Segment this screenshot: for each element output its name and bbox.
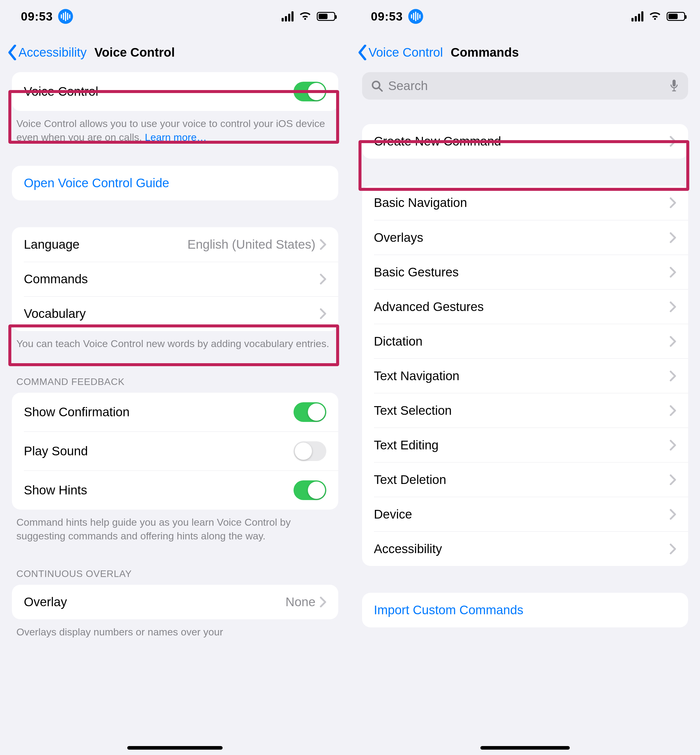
voice-control-toggle[interactable]	[294, 82, 326, 101]
category-label: Device	[374, 507, 412, 522]
svg-line-1	[379, 88, 382, 91]
chevron-right-icon	[670, 440, 676, 451]
category-label: Accessibility	[374, 542, 442, 556]
row-play-sound[interactable]: Play Sound	[24, 431, 338, 470]
home-indicator[interactable]	[127, 746, 223, 750]
chevron-right-icon	[670, 197, 676, 208]
create-new-command-label: Create New Command	[374, 134, 501, 149]
commands-label: Commands	[24, 272, 88, 286]
back-label: Voice Control	[369, 45, 443, 60]
row-create-new-command[interactable]: Create New Command	[362, 124, 688, 159]
chevron-right-icon	[670, 475, 676, 485]
row-voice-control-toggle[interactable]: Voice Control	[12, 72, 338, 111]
group-command-categories: Basic NavigationOverlaysBasic GesturesAd…	[362, 185, 688, 566]
screen-voice-control: 09:53 Accessibility Voice Control Voice …	[0, 0, 350, 755]
row-category[interactable]: Text Selection	[374, 393, 688, 428]
category-label: Dictation	[374, 334, 423, 349]
search-input[interactable]: Search	[362, 72, 688, 100]
row-show-confirmation[interactable]: Show Confirmation	[12, 393, 338, 431]
chevron-right-icon	[670, 371, 676, 381]
page-title: Commands	[451, 45, 519, 60]
status-bar: 09:53	[0, 0, 350, 33]
status-indicators	[631, 11, 685, 22]
wifi-icon	[649, 12, 661, 21]
voice-control-active-icon	[408, 9, 423, 24]
page-title: Voice Control	[94, 45, 175, 60]
chevron-right-icon	[670, 267, 676, 277]
chevron-right-icon	[670, 232, 676, 243]
group-create-command: Create New Command	[362, 124, 688, 159]
cellular-icon	[631, 11, 644, 22]
status-clock: 09:53	[371, 10, 403, 23]
row-category[interactable]: Overlays	[374, 220, 688, 255]
category-label: Basic Gestures	[374, 265, 459, 279]
overlay-value: None	[286, 595, 315, 609]
row-category[interactable]: Basic Gestures	[374, 255, 688, 289]
row-vocabulary[interactable]: Vocabulary	[24, 296, 338, 331]
feedback-description: Command hints help guide you as you lear…	[0, 510, 350, 552]
category-label: Text Navigation	[374, 369, 459, 383]
row-category[interactable]: Basic Navigation	[362, 185, 688, 220]
chevron-right-icon	[670, 405, 676, 416]
import-custom-commands-button[interactable]: Import Custom Commands	[362, 593, 688, 627]
voice-control-active-icon	[58, 9, 73, 24]
language-value: English (United States)	[188, 237, 316, 252]
row-overlay[interactable]: Overlay None	[12, 585, 338, 619]
nav-header: Voice Control Commands	[350, 33, 700, 72]
group-import: Import Custom Commands	[362, 593, 688, 627]
section-header-overlay: CONTINUOUS OVERLAY	[0, 551, 350, 585]
show-confirmation-toggle[interactable]	[294, 402, 326, 422]
battery-icon	[667, 12, 685, 21]
search-icon	[371, 80, 383, 92]
svg-rect-2	[673, 80, 675, 86]
chevron-right-icon	[320, 308, 326, 319]
status-indicators	[281, 11, 335, 22]
chevron-right-icon	[320, 274, 326, 285]
category-label: Text Selection	[374, 403, 452, 418]
screen-commands: 09:53 Voice Control Commands Search	[350, 0, 700, 755]
open-guide-label: Open Voice Control Guide	[24, 176, 169, 190]
status-clock: 09:53	[21, 10, 53, 23]
row-category[interactable]: Text Navigation	[374, 359, 688, 393]
back-button[interactable]: Voice Control	[357, 45, 443, 60]
learn-more-link[interactable]: Learn more…	[145, 132, 207, 143]
wifi-icon	[299, 12, 311, 21]
vocabulary-description: You can teach Voice Control new words by…	[0, 331, 350, 360]
back-button[interactable]: Accessibility	[6, 45, 87, 60]
row-language[interactable]: Language English (United States)	[12, 227, 338, 262]
row-category[interactable]: Text Editing	[374, 428, 688, 462]
voice-control-description: Voice Control allows you to use your voi…	[0, 111, 350, 153]
chevron-right-icon	[670, 136, 676, 147]
section-header-feedback: COMMAND FEEDBACK	[0, 360, 350, 393]
chevron-right-icon	[670, 301, 676, 312]
import-custom-commands-label: Import Custom Commands	[374, 603, 523, 617]
chevron-right-icon	[320, 597, 326, 608]
group-main-toggle: Voice Control	[12, 72, 338, 111]
chevron-right-icon	[320, 239, 326, 250]
voice-control-toggle-label: Voice Control	[24, 85, 98, 99]
row-category[interactable]: Advanced Gestures	[374, 289, 688, 324]
back-label: Accessibility	[19, 45, 87, 60]
row-category[interactable]: Dictation	[374, 324, 688, 359]
home-indicator[interactable]	[480, 746, 570, 750]
overlay-label: Overlay	[24, 595, 67, 609]
category-label: Text Deletion	[374, 473, 447, 487]
search-placeholder: Search	[388, 79, 664, 93]
row-category[interactable]: Device	[374, 497, 688, 531]
group-guide-link: Open Voice Control Guide	[12, 166, 338, 200]
row-commands[interactable]: Commands	[24, 262, 338, 296]
show-hints-toggle[interactable]	[294, 480, 326, 500]
nav-header: Accessibility Voice Control	[0, 33, 350, 72]
category-label: Advanced Gestures	[374, 300, 484, 314]
vocabulary-label: Vocabulary	[24, 307, 86, 321]
group-feedback: Show Confirmation Play Sound Show Hints	[12, 393, 338, 510]
row-category[interactable]: Text Deletion	[374, 462, 688, 497]
row-show-hints[interactable]: Show Hints	[24, 470, 338, 510]
play-sound-toggle[interactable]	[294, 441, 326, 461]
open-guide-button[interactable]: Open Voice Control Guide	[12, 166, 338, 200]
battery-icon	[317, 12, 335, 21]
language-label: Language	[24, 237, 80, 252]
status-bar: 09:53	[350, 0, 700, 33]
row-category[interactable]: Accessibility	[374, 531, 688, 566]
mic-icon[interactable]	[669, 79, 679, 93]
